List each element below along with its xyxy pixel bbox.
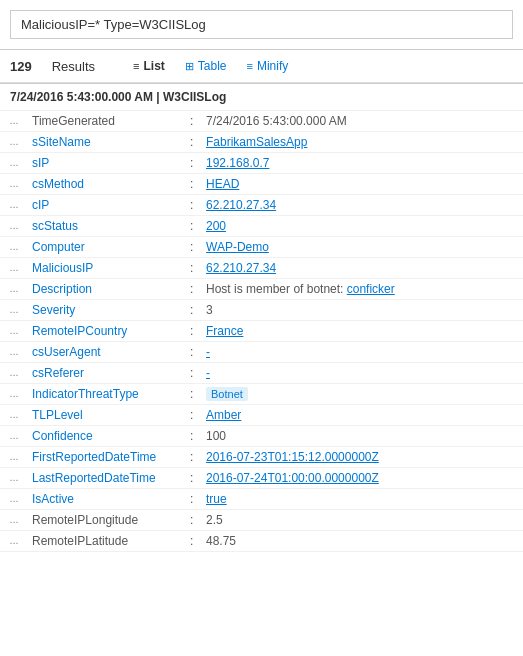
row-dots[interactable]: ...	[0, 300, 28, 321]
desc-text: is member of botnet:	[234, 282, 347, 296]
field-key-lastreporteddatetime[interactable]: LastReportedDateTime	[28, 468, 188, 489]
row-dots[interactable]: ...	[0, 237, 28, 258]
table-row: ... TimeGenerated : 7/24/2016 5:43:00.00…	[0, 111, 523, 132]
search-query: MaliciousIP=* Type=W3CIISLog	[21, 17, 206, 32]
tab-list[interactable]: ≡ List	[123, 56, 175, 76]
field-val-firstreporteddatetime[interactable]: 2016-07-23T01:15:12.0000000Z	[202, 447, 523, 468]
results-count: 129	[10, 59, 32, 74]
table-row: ... RemoteIPLongitude : 2.5	[0, 510, 523, 531]
field-key-firstreporteddatetime[interactable]: FirstReportedDateTime	[28, 447, 188, 468]
colon: :	[188, 384, 202, 405]
field-key-csreferer[interactable]: csReferer	[28, 363, 188, 384]
row-dots[interactable]: ...	[0, 258, 28, 279]
table-row: ... sIP : 192.168.0.7	[0, 153, 523, 174]
colon: :	[188, 195, 202, 216]
field-val-remoteipcountry[interactable]: France	[202, 321, 523, 342]
colon: :	[188, 531, 202, 552]
search-bar[interactable]: MaliciousIP=* Type=W3CIISLog	[10, 10, 513, 39]
row-dots[interactable]: ...	[0, 510, 28, 531]
field-key-isactive[interactable]: IsActive	[28, 489, 188, 510]
field-val-severity: 3	[202, 300, 523, 321]
table-row: ... csMethod : HEAD	[0, 174, 523, 195]
desc-conficker[interactable]: conficker	[347, 282, 395, 296]
colon: :	[188, 153, 202, 174]
field-val-lastreporteddatetime[interactable]: 2016-07-24T01:00:00.0000000Z	[202, 468, 523, 489]
field-key-tlplevel[interactable]: TLPLevel	[28, 405, 188, 426]
row-dots[interactable]: ...	[0, 279, 28, 300]
colon: :	[188, 132, 202, 153]
row-dots[interactable]: ...	[0, 384, 28, 405]
field-key-csmethod[interactable]: csMethod	[28, 174, 188, 195]
field-key-ssitename[interactable]: sSiteName	[28, 132, 188, 153]
row-dots[interactable]: ...	[0, 321, 28, 342]
results-label: Results	[52, 59, 95, 74]
minify-icon: ≡	[247, 60, 253, 72]
colon: :	[188, 510, 202, 531]
colon: :	[188, 342, 202, 363]
row-dots[interactable]: ...	[0, 489, 28, 510]
field-val-ssitename[interactable]: FabrikamSalesApp	[202, 132, 523, 153]
colon: :	[188, 426, 202, 447]
table-row: ... Computer : WAP-Demo	[0, 237, 523, 258]
colon: :	[188, 279, 202, 300]
tab-table[interactable]: ⊞ Table	[175, 56, 237, 76]
row-dots[interactable]: ...	[0, 426, 28, 447]
field-key-confidence[interactable]: Confidence	[28, 426, 188, 447]
field-val-tlplevel[interactable]: Amber	[202, 405, 523, 426]
field-val-csreferer[interactable]: -	[202, 363, 523, 384]
tab-minify[interactable]: ≡ Minify	[237, 56, 299, 76]
field-key-maliciousip[interactable]: MaliciousIP	[28, 258, 188, 279]
colon: :	[188, 489, 202, 510]
table-row: ... csUserAgent : -	[0, 342, 523, 363]
field-val-isactive[interactable]: true	[202, 489, 523, 510]
field-val-remoteipLatitude: 48.75	[202, 531, 523, 552]
field-val-confidence: 100	[202, 426, 523, 447]
field-key-scstatus[interactable]: scStatus	[28, 216, 188, 237]
row-dots[interactable]: ...	[0, 174, 28, 195]
field-val-remoteiplongitude: 2.5	[202, 510, 523, 531]
field-key-cip[interactable]: cIP	[28, 195, 188, 216]
field-key-timegenerated: TimeGenerated	[28, 111, 188, 132]
row-dots[interactable]: ...	[0, 111, 28, 132]
field-key-computer[interactable]: Computer	[28, 237, 188, 258]
table-row: ... IsActive : true	[0, 489, 523, 510]
row-dots[interactable]: ...	[0, 195, 28, 216]
field-val-computer[interactable]: WAP-Demo	[202, 237, 523, 258]
field-key-remoteipcountry[interactable]: RemoteIPCountry	[28, 321, 188, 342]
colon: :	[188, 363, 202, 384]
row-dots[interactable]: ...	[0, 531, 28, 552]
colon: :	[188, 447, 202, 468]
row-dots[interactable]: ...	[0, 342, 28, 363]
row-dots[interactable]: ...	[0, 405, 28, 426]
field-val-scstatus[interactable]: 200	[202, 216, 523, 237]
row-dots[interactable]: ...	[0, 132, 28, 153]
table-row: ... Description : Host is member of botn…	[0, 279, 523, 300]
colon: :	[188, 258, 202, 279]
field-key-description[interactable]: Description	[28, 279, 188, 300]
table-row: ... sSiteName : FabrikamSalesApp	[0, 132, 523, 153]
field-val-csuseragent[interactable]: -	[202, 342, 523, 363]
field-val-cip[interactable]: 62.210.27.34	[202, 195, 523, 216]
row-dots[interactable]: ...	[0, 363, 28, 384]
row-dots[interactable]: ...	[0, 153, 28, 174]
table-row: ... csReferer : -	[0, 363, 523, 384]
view-tabs: ≡ List ⊞ Table ≡ Minify	[123, 56, 298, 76]
table-row: ... TLPLevel : Amber	[0, 405, 523, 426]
field-val-maliciousip[interactable]: 62.210.27.34	[202, 258, 523, 279]
row-dots[interactable]: ...	[0, 447, 28, 468]
row-dots[interactable]: ...	[0, 468, 28, 489]
row-dots[interactable]: ...	[0, 216, 28, 237]
field-key-sip[interactable]: sIP	[28, 153, 188, 174]
field-key-severity[interactable]: Severity	[28, 300, 188, 321]
field-key-indicatorthreattype[interactable]: IndicatorThreatType	[28, 384, 188, 405]
colon: :	[188, 174, 202, 195]
field-key-csuseragent[interactable]: csUserAgent	[28, 342, 188, 363]
field-val-sip[interactable]: 192.168.0.7	[202, 153, 523, 174]
colon: :	[188, 111, 202, 132]
field-key-remoteiplongitude: RemoteIPLongitude	[28, 510, 188, 531]
field-val-description: Host is member of botnet: conficker	[202, 279, 523, 300]
field-key-remoteipLatitude: RemoteIPLatitude	[28, 531, 188, 552]
field-val-indicatorthreattype[interactable]: Botnet	[202, 384, 523, 405]
field-val-csmethod[interactable]: HEAD	[202, 174, 523, 195]
table-row: ... IndicatorThreatType : Botnet	[0, 384, 523, 405]
